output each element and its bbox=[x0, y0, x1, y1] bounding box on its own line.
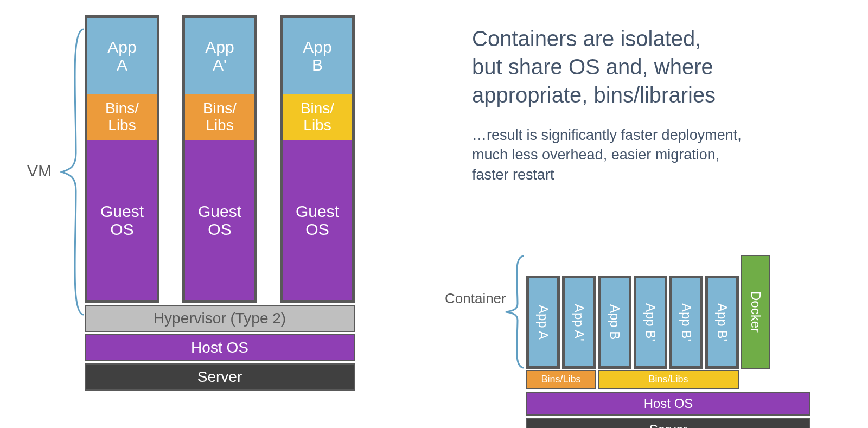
container-server-box: Server bbox=[526, 418, 810, 428]
container-bins-box: Bins/Libs bbox=[598, 370, 739, 389]
container-app-box: App B' bbox=[705, 276, 739, 369]
container-bins-row: Bins/Libs Bins/Libs bbox=[526, 370, 810, 389]
description-heading: Containers are isolated,but share OS and… bbox=[472, 24, 825, 109]
container-hostos-box: Host OS bbox=[526, 392, 810, 416]
vm-guest-box: GuestOS bbox=[283, 140, 352, 300]
vm-diagram: VM AppA Bins/Libs GuestOS AppA' Bins/Lib… bbox=[27, 15, 355, 391]
docker-box: Docker bbox=[741, 255, 770, 369]
vm-column: AppA Bins/Libs GuestOS bbox=[85, 15, 159, 303]
vm-column: AppB Bins/Libs GuestOS bbox=[280, 15, 355, 303]
vm-column: AppA' Bins/Libs GuestOS bbox=[182, 15, 257, 303]
container-brace-icon bbox=[503, 255, 525, 369]
vm-server-box: Server bbox=[85, 363, 355, 391]
container-app-box: App B bbox=[598, 276, 631, 369]
container-label: Container bbox=[445, 290, 506, 307]
container-app-box: App B' bbox=[669, 276, 703, 369]
container-apps-row: App A App A' App B App B' App B' App B' … bbox=[526, 255, 810, 369]
vm-hostos-box: Host OS bbox=[85, 334, 355, 361]
container-app-box: App A' bbox=[562, 276, 596, 369]
vm-base-stack: Hypervisor (Type 2) Host OS Server bbox=[85, 305, 355, 391]
vm-columns: AppA Bins/Libs GuestOS AppA' Bins/Libs G… bbox=[85, 15, 355, 303]
description-sub: …result is significantly faster deployme… bbox=[472, 125, 825, 184]
vm-bins-box: Bins/Libs bbox=[283, 94, 352, 140]
container-bins-box: Bins/Libs bbox=[526, 370, 596, 389]
vm-app-box: AppB bbox=[283, 18, 352, 94]
vm-app-box: AppA bbox=[87, 18, 157, 94]
container-app-box: App B' bbox=[634, 276, 667, 369]
vm-bins-box: Bins/Libs bbox=[87, 94, 157, 140]
vm-brace-icon bbox=[60, 28, 85, 316]
vm-hypervisor-box: Hypervisor (Type 2) bbox=[85, 305, 355, 332]
vm-guest-box: GuestOS bbox=[87, 140, 157, 300]
vm-label: VM bbox=[27, 162, 52, 180]
container-stack: App A App A' App B App B' App B' App B' … bbox=[526, 255, 810, 428]
vm-guest-box: GuestOS bbox=[185, 140, 254, 300]
vm-app-box: AppA' bbox=[185, 18, 254, 94]
container-app-box: App A bbox=[526, 276, 560, 369]
description-text: Containers are isolated,but share OS and… bbox=[472, 24, 825, 184]
vm-bins-box: Bins/Libs bbox=[185, 94, 254, 140]
